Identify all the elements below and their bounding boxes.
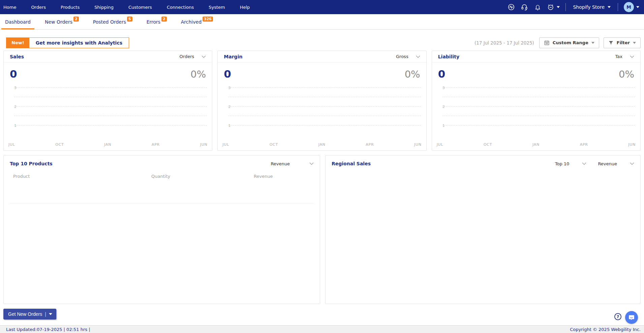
tab-errors[interactable]: Errors 2 [142, 14, 171, 29]
main-menu: Home Orders Products Shipping Customers … [3, 5, 265, 10]
metric-value: 0 [438, 68, 446, 80]
card-title: Top 10 Products [10, 161, 53, 166]
tab-archived[interactable]: Archived 326 [177, 14, 217, 29]
dashboard-toolbar: New! Get more insights with Analytics (1… [0, 30, 644, 51]
sales-card: Sales Orders 0 0% 3 2 1 JUL OCT JAN APR … [3, 51, 212, 151]
dropdown-value: Gross [396, 54, 408, 59]
store-selector[interactable]: Shopify Store [572, 4, 612, 10]
x-tick: OCT [270, 142, 278, 147]
x-tick: JUN [414, 142, 422, 147]
table-divider [10, 203, 314, 203]
card-title: Margin [224, 54, 242, 59]
user-menu[interactable]: M [624, 2, 639, 12]
nav-help[interactable]: Help [240, 5, 257, 10]
margin-chart: 3 2 1 [223, 87, 421, 127]
chevron-down-icon [202, 55, 206, 58]
nav-system[interactable]: System [209, 5, 232, 10]
regional-count-dropdown[interactable]: Top 10 [555, 161, 587, 166]
copyright-text: Copyright © 2025 Webgility Inc. [570, 327, 641, 332]
top-products-card: Top 10 Products Revenue Product Quantity… [3, 155, 320, 304]
get-new-orders-button[interactable]: Get New Orders | [3, 309, 56, 320]
last-updated-text: Last Updated:07-19-2025 | 02:51 hrs | [6, 327, 90, 332]
y-tick: 2 [14, 105, 17, 109]
x-axis-labels: JUL OCT JAN APR JUN [437, 142, 636, 147]
y-tick: 1 [228, 124, 231, 128]
tab-badge: 2 [161, 17, 167, 22]
button-separator: | [45, 311, 46, 317]
headset-icon[interactable] [521, 3, 528, 11]
analytics-promo-label: Get more insights with Analytics [29, 38, 129, 48]
y-tick: 3 [228, 86, 231, 90]
liability-metric-dropdown[interactable]: Tax [615, 54, 634, 59]
tab-label: New Orders [45, 19, 72, 25]
chat-messenger-icon[interactable] [625, 311, 638, 324]
y-tick: 3 [14, 86, 17, 90]
products-table-header: Product Quantity Revenue [4, 172, 320, 179]
x-tick: OCT [484, 142, 492, 147]
x-tick: JAN [104, 142, 111, 147]
card-title: Regional Sales [332, 161, 371, 166]
y-tick: 1 [442, 124, 445, 128]
x-axis-labels: JUL OCT JAN APR JUN [222, 142, 421, 147]
card-title: Sales [10, 54, 24, 59]
x-tick: JUL [222, 142, 229, 147]
tab-label: Posted Orders [93, 19, 126, 25]
y-tick: 1 [14, 124, 17, 128]
alarm-icon [547, 3, 554, 11]
sales-metric-dropdown[interactable]: Orders [180, 54, 206, 59]
activity-icon[interactable] [508, 3, 515, 11]
x-tick: JAN [532, 142, 540, 147]
x-tick: APR [152, 142, 160, 147]
top-navbar: Home Orders Products Shipping Customers … [0, 0, 644, 14]
date-range-text: (17 Jul 2025 - 17 Jul 2025) [474, 40, 534, 46]
tab-posted-orders[interactable]: Posted Orders 5 [89, 14, 137, 29]
calendar-icon [544, 40, 550, 46]
liability-chart: 3 2 1 [437, 87, 635, 127]
help-icon[interactable]: ? [614, 313, 621, 320]
nav-products[interactable]: Products [61, 5, 87, 10]
status-bar: Last Updated:07-19-2025 | 02:51 hrs | Co… [0, 325, 644, 333]
sales-chart: 3 2 1 [9, 87, 207, 127]
x-tick: JUN [628, 142, 636, 147]
navbar-divider [565, 3, 566, 11]
regional-metric-dropdown[interactable]: Revenue [598, 161, 634, 166]
dropdown-value: Orders [180, 54, 194, 59]
column-revenue: Revenue [254, 174, 273, 179]
custom-range-label: Custom Range [553, 40, 588, 45]
caret-down-icon [608, 6, 611, 8]
tab-label: Errors [147, 19, 160, 25]
filter-button[interactable]: Filter [604, 37, 641, 48]
nav-home[interactable]: Home [3, 5, 24, 10]
tab-bar: Dashboard New Orders 2 Posted Orders 5 E… [0, 14, 644, 30]
metric-percent: 0% [190, 68, 206, 80]
regional-sales-card: Regional Sales Top 10 Revenue [325, 155, 641, 304]
x-tick: APR [366, 142, 374, 147]
products-metric-dropdown[interactable]: Revenue [271, 161, 314, 166]
y-tick: 2 [228, 105, 231, 109]
nav-orders[interactable]: Orders [31, 5, 53, 10]
y-tick: 3 [442, 86, 445, 90]
dropdown-value: Revenue [598, 161, 617, 166]
tab-new-orders[interactable]: New Orders 2 [40, 14, 83, 29]
tab-label: Dashboard [5, 19, 31, 25]
y-tick: 2 [442, 105, 445, 109]
analytics-promo-button[interactable]: New! Get more insights with Analytics [6, 37, 129, 48]
dropdown-value: Top 10 [555, 161, 570, 166]
scheduler-dropdown[interactable] [547, 3, 560, 11]
card-title: Liability [438, 54, 459, 59]
tab-dashboard[interactable]: Dashboard [1, 14, 35, 29]
metric-percent: 0% [405, 68, 420, 80]
filter-label: Filter [617, 40, 630, 45]
nav-shipping[interactable]: Shipping [94, 5, 121, 10]
chevron-down-icon [630, 55, 634, 58]
navbar-divider [618, 3, 618, 11]
margin-metric-dropdown[interactable]: Gross [396, 54, 420, 59]
bell-icon[interactable] [534, 3, 541, 11]
x-tick: OCT [55, 142, 64, 147]
metric-value: 0 [224, 68, 231, 80]
custom-range-button[interactable]: Custom Range [539, 37, 599, 48]
nav-customers[interactable]: Customers [128, 5, 159, 10]
nav-connections[interactable]: Connections [167, 5, 201, 10]
metric-cards-row: Sales Orders 0 0% 3 2 1 JUL OCT JAN APR … [3, 51, 641, 151]
caret-down-icon [633, 42, 636, 44]
